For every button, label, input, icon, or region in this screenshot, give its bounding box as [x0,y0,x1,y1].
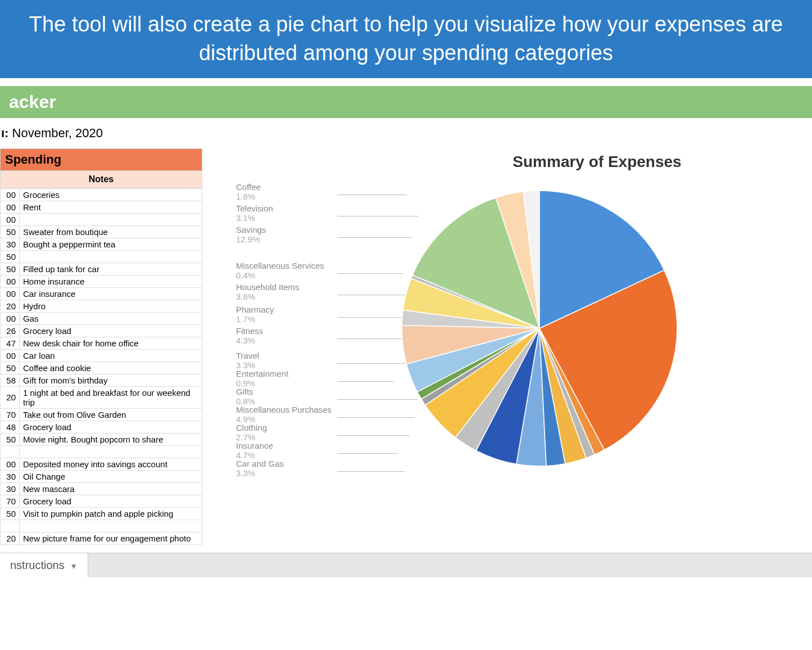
amount-cell[interactable]: 00 [1,458,20,470]
note-cell[interactable]: New desk chair for home office [20,337,202,349]
note-cell[interactable]: Oil Change [20,470,202,482]
table-row[interactable]: 26Grocery load [1,324,202,337]
amount-cell[interactable]: 70 [1,495,20,507]
table-row[interactable]: 00Car insurance [1,287,202,300]
table-row[interactable]: 00Groceries [1,188,202,201]
amount-cell[interactable]: 00 [1,213,20,225]
note-cell[interactable]: Bought a peppermint tea [20,238,202,250]
dropdown-arrow-icon: ▼ [70,562,78,571]
amount-cell[interactable]: 20 [1,532,20,544]
chart-label: Insurance4.7% [236,441,273,461]
note-cell[interactable]: New mascara [20,482,202,495]
chart-label: Household Items3.6% [236,282,300,302]
amount-cell[interactable]: 20 [1,386,20,408]
amount-cell[interactable]: 00 [1,188,20,201]
table-row[interactable]: 50Filled up tank for car [1,263,202,275]
chart-label: Travel3.3% [236,351,259,371]
table-row[interactable]: 00 [1,213,202,225]
table-row[interactable]: 00Car loan [1,349,202,362]
spending-table[interactable]: 00Groceries00Rent0050Sweater from boutiq… [0,188,202,545]
note-cell[interactable]: Coffee and cookie [20,362,202,374]
amount-cell[interactable]: 30 [1,238,20,250]
note-cell[interactable] [20,520,202,532]
table-row[interactable]: 50Coffee and cookie [1,362,202,374]
amount-cell[interactable]: 00 [1,312,20,324]
amount-cell[interactable]: 50 [1,433,20,445]
table-row[interactable]: 30New mascara [1,482,202,495]
note-cell[interactable]: Groceries [20,188,202,201]
amount-cell[interactable]: 30 [1,482,20,495]
table-row[interactable]: 47New desk chair for home office [1,337,202,349]
amount-cell[interactable]: 50 [1,362,20,374]
amount-cell[interactable]: 30 [1,470,20,482]
amount-cell[interactable]: 48 [1,421,20,433]
note-cell[interactable]: Gas [20,312,202,324]
table-row[interactable]: 58Gift for mom's birthday [1,374,202,386]
info-banner: The tool will also create a pie chart to… [0,0,812,78]
table-row[interactable]: 50Movie night. Bought popcorn to share [1,433,202,445]
table-row[interactable]: 50Visit to pumpkin patch and apple picki… [1,507,202,520]
date-row: ı: November, 2020 [0,118,812,148]
chart-label: Coffee1.8% [236,182,261,202]
note-cell[interactable]: Visit to pumpkin patch and apple picking [20,507,202,520]
amount-cell[interactable]: 50 [1,225,20,238]
amount-cell[interactable]: 47 [1,337,20,349]
note-cell[interactable]: New picture frame for our engagement pho… [20,532,202,544]
note-cell[interactable]: Filled up tank for car [20,263,202,275]
note-cell[interactable]: Grocery load [20,495,202,507]
amount-cell[interactable]: 20 [1,300,20,312]
table-row[interactable]: 00Deposited money into savings account [1,458,202,470]
chart-label: Television3.1% [236,204,273,223]
table-row[interactable] [1,520,202,532]
note-cell[interactable]: 1 night at bed and breakfast for our wee… [20,386,202,408]
note-cell[interactable]: Movie night. Bought popcorn to share [20,433,202,445]
amount-cell[interactable]: 70 [1,408,20,421]
note-cell[interactable]: Rent [20,201,202,213]
table-row[interactable]: 70Take out from Olive Garden [1,408,202,421]
amount-cell[interactable]: 50 [1,507,20,520]
note-cell[interactable]: Deposited money into savings account [20,458,202,470]
note-cell[interactable]: Take out from Olive Garden [20,408,202,421]
note-cell[interactable]: Hydro [20,300,202,312]
table-row[interactable]: 201 night at bed and breakfast for our w… [1,386,202,408]
amount-cell[interactable]: 00 [1,287,20,300]
table-row[interactable]: 48Grocery load [1,421,202,433]
table-row[interactable]: 20Hydro [1,300,202,312]
pie-chart: Coffee1.8%Television3.1%Savings12.9%Misc… [236,177,812,491]
note-cell[interactable] [20,213,202,225]
note-cell[interactable]: Car insurance [20,287,202,300]
date-value: November, 2020 [12,126,103,140]
note-cell[interactable]: Car loan [20,349,202,362]
table-row[interactable] [1,445,202,458]
amount-cell[interactable]: 00 [1,275,20,287]
note-cell[interactable]: Home insurance [20,275,202,287]
note-cell[interactable]: Sweater from boutique [20,225,202,238]
table-row[interactable]: 50Sweater from boutique [1,225,202,238]
spending-section-header: Spending [0,148,202,171]
note-cell[interactable] [20,445,202,458]
sheet-tabs-bar: nstructions ▼ [0,553,812,577]
table-row[interactable]: 70Grocery load [1,495,202,507]
table-row[interactable]: 50 [1,250,202,263]
note-cell[interactable]: Grocery load [20,421,202,433]
table-row[interactable]: 30Bought a peppermint tea [1,238,202,250]
amount-cell[interactable]: 26 [1,324,20,337]
amount-cell[interactable]: 50 [1,263,20,275]
note-cell[interactable]: Grocery load [20,324,202,337]
table-row[interactable]: 00Rent [1,201,202,213]
amount-cell[interactable]: 00 [1,201,20,213]
amount-cell[interactable] [1,445,20,458]
tab-instructions[interactable]: nstructions ▼ [0,553,88,577]
pie-svg [382,182,809,486]
amount-cell[interactable]: 58 [1,374,20,386]
table-row[interactable]: 30Oil Change [1,470,202,482]
chart-label: Pharmacy1.7% [236,305,274,324]
note-cell[interactable] [20,250,202,263]
note-cell[interactable]: Gift for mom's birthday [20,374,202,386]
amount-cell[interactable] [1,520,20,532]
table-row[interactable]: 00Gas [1,312,202,324]
amount-cell[interactable]: 50 [1,250,20,263]
amount-cell[interactable]: 00 [1,349,20,362]
table-row[interactable]: 00Home insurance [1,275,202,287]
table-row[interactable]: 20New picture frame for our engagement p… [1,532,202,544]
